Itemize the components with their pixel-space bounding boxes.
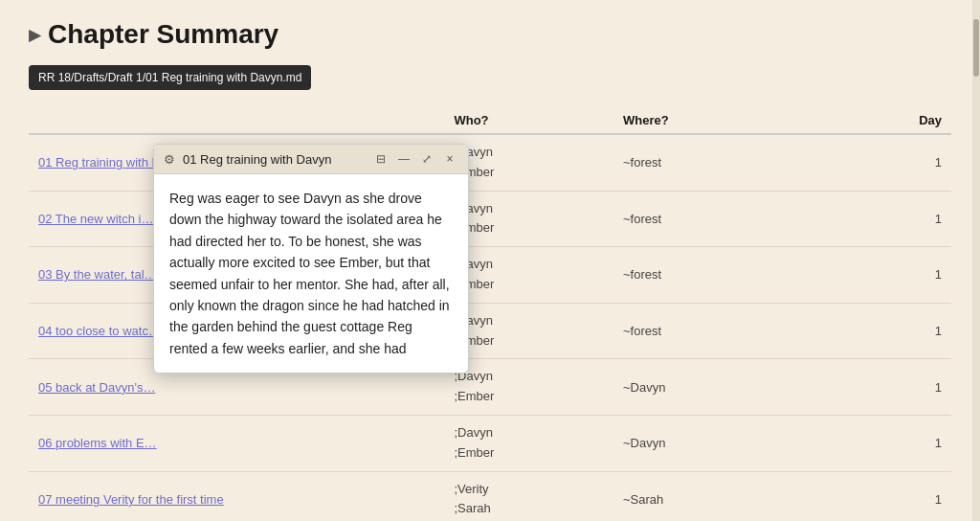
cell-who: ;Verity;Sarah [444,471,613,521]
popup-controls: ⊟ — ⤢ × [372,150,458,168]
popup-bookmark-button[interactable]: ⊟ [372,150,390,168]
chapter-link[interactable]: 06 problems with E… [38,436,157,450]
cell-where: ~Sarah [613,471,847,521]
breadcrumb-tooltip: RR 18/Drafts/Draft 1/01 Reg training wit… [29,65,311,90]
cell-where: ~Davyn [613,415,847,471]
popup-expand-button[interactable]: ⤢ [418,150,435,168]
chapter-popup: ⚙ 01 Reg training with Davyn ⊟ — ⤢ × Reg… [153,144,469,374]
chapter-link[interactable]: 05 back at Davyn's… [38,380,155,395]
cell-who: ;Davyn;Ember [444,191,613,247]
table-header-row: Who? Where? Day [29,107,951,134]
cell-day: 1 [847,471,951,521]
popup-minimize-button[interactable]: — [395,150,412,168]
breadcrumb-text: RR 18/Drafts/Draft 1/01 Reg training wit… [38,71,301,84]
popup-title-text: 01 Reg training with Davyn [183,152,365,167]
chapter-link[interactable]: 02 The new witch i… [38,212,153,226]
popup-body-text: Reg was eager to see Davyn as she drove … [169,191,450,356]
cell-where: ~forest [613,191,847,247]
cell-chapter: 06 problems with E… [29,415,444,471]
chapter-link[interactable]: 07 meeting Verity for the first time [38,492,224,507]
cell-day: 1 [847,415,951,471]
popup-titlebar: ⚙ 01 Reg training with Davyn ⊟ — ⤢ × [154,145,468,174]
page-title: Chapter Summary [29,19,951,50]
cell-who: ;Davyn;Ember [444,134,613,191]
cell-day: 1 [847,134,951,191]
popup-close-button[interactable]: × [441,150,458,168]
table-row: 07 meeting Verity for the first time;Ver… [29,471,951,521]
cell-where: ~forest [613,247,847,304]
cell-who: ;Davyn;Ember [444,359,613,416]
cell-where: ~forest [613,303,847,359]
cell-day: 1 [847,359,951,416]
cell-who: ;Davyn;Ember [444,247,613,304]
popup-file-icon: ⚙ [164,152,175,167]
col-header-where: Where? [613,107,847,134]
col-header-day: Day [847,107,951,134]
cell-who: ;Davyn;Ember [444,415,613,471]
table-row: 06 problems with E…;Davyn;Ember~Davyn1 [29,415,951,471]
page-title-text: Chapter Summary [48,19,278,50]
cell-who: ;Davyn;Ember [444,303,613,359]
main-page: Chapter Summary RR 18/Drafts/Draft 1/01 … [0,0,980,521]
col-header-who: Who? [444,107,613,134]
popup-body: Reg was eager to see Davyn as she drove … [154,174,468,373]
cell-day: 1 [847,247,951,304]
cell-day: 1 [847,303,951,359]
col-header-chapter [29,107,444,134]
chapter-link[interactable]: 03 By the water, tal… [38,267,157,282]
cell-day: 1 [847,191,951,247]
cell-where: ~forest [613,134,847,191]
cell-where: ~Davyn [613,359,847,416]
chapter-link[interactable]: 04 too close to watc… [38,324,161,338]
cell-chapter: 07 meeting Verity for the first time [29,471,444,521]
